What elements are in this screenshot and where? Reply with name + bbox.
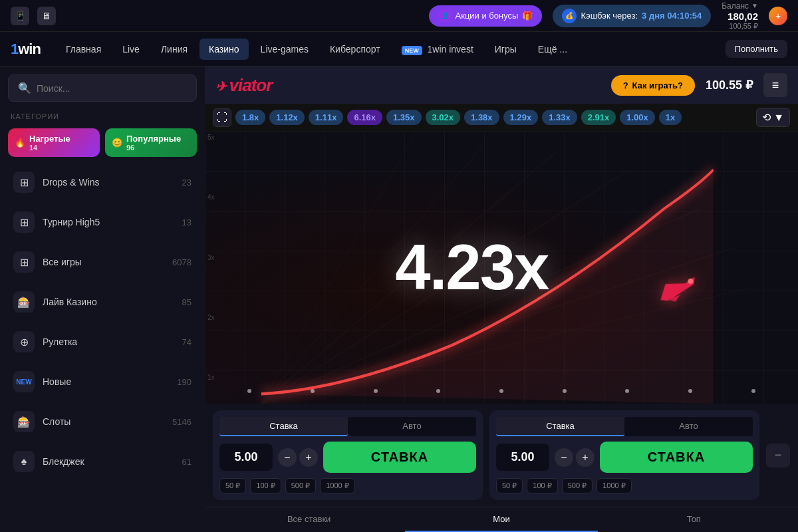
quick-1000[interactable]: 1000 ₽ (320, 478, 355, 493)
mult-pill-6: 1.38x (464, 110, 499, 125)
popular-icon: 😊 (112, 138, 122, 148)
sidebar-item-blackjack[interactable]: ♠ Блекджек 61 (8, 444, 197, 479)
tab-all-bets[interactable]: Все ставки (213, 507, 405, 532)
slots-count: 5146 (172, 417, 192, 427)
game-header-right: ? Как играть? 100.55 ₽ ≡ (611, 73, 787, 97)
deposit-nav-btn[interactable]: Пополнить (726, 40, 787, 58)
game-balance: 100.55 ₽ (706, 78, 753, 92)
balance-area[interactable]: Баланс ▼ 180,02 100,55 ₽ (722, 1, 758, 31)
quick-100[interactable]: 100 ₽ (250, 478, 281, 493)
live-casino-icon: 🎰 (13, 291, 35, 313)
nav-bar: 1win Главная Live Линия Казино Live-game… (0, 32, 798, 66)
nav-esports[interactable]: Киберспорт (321, 39, 390, 60)
stake-button-2[interactable]: СТАВКА (600, 442, 753, 473)
blackjack-icon: ♠ (13, 451, 35, 472)
logo[interactable]: 1win (11, 41, 41, 58)
history-button[interactable]: ⟲ ▼ (756, 108, 790, 127)
nav-live-games[interactable]: Live-games (251, 39, 318, 60)
new-label: Новые (43, 376, 169, 387)
nav-more[interactable]: Ещё ... (529, 39, 577, 60)
how-to-play-button[interactable]: ? Как играть? (611, 75, 695, 96)
tab-my-bets[interactable]: Мои (405, 507, 597, 532)
cat-popular-count: 96 (126, 144, 181, 152)
question-icon: ? (623, 80, 628, 90)
stake-button-1[interactable]: СТАВКА (323, 442, 476, 473)
deposit-button[interactable]: + (769, 7, 787, 25)
how-to-label: Как играть? (632, 80, 683, 90)
quick-50[interactable]: 50 ₽ (219, 478, 246, 493)
bet-panel-1: Ставка Авто 5.00 − + СТАВКА 50 ₽ 100 ₽ 5… (213, 410, 483, 500)
nav-live[interactable]: Live (113, 39, 149, 60)
balance-main: 180,02 (728, 11, 758, 22)
tab-stake-1[interactable]: Ставка (219, 417, 348, 436)
nav-invest[interactable]: NEW 1win invest (392, 39, 483, 60)
decrease-bet-2[interactable]: − (555, 448, 573, 467)
top-bar: 📱 🖥 👤 Акции и бонусы 🎁 💰 Кэшбэк через: 3… (0, 0, 798, 32)
quick-amounts-2: 50 ₽ 100 ₽ 500 ₽ 1000 ₽ (496, 478, 753, 493)
balance-label: Баланс (722, 1, 749, 11)
bet-controls-2: 5.00 − + СТАВКА (496, 442, 753, 473)
quick2-100[interactable]: 100 ₽ (527, 478, 557, 493)
new-count: 190 (177, 377, 192, 387)
betting-area: Ставка Авто 5.00 − + СТАВКА 50 ₽ 100 ₽ 5… (205, 404, 798, 507)
tab-auto-1[interactable]: Авто (348, 417, 476, 436)
chevron-down-icon: ▼ (751, 2, 758, 9)
dots-row (205, 389, 798, 393)
cashback-button[interactable]: 💰 Кэшбэк через: 3 дня 04:10:54 (553, 5, 711, 27)
sidebar-item-high5[interactable]: ⊞ Турнир High5 13 (8, 205, 197, 239)
sidebar-item-roulette[interactable]: ⊕ Рулетка 74 (8, 325, 197, 359)
mult-pill-3: 6.16x (347, 110, 382, 125)
mult-pill-10: 1.00x (620, 110, 655, 125)
category-hot[interactable]: 🔥 Нагретые 14 (8, 128, 100, 157)
sidebar-item-drops[interactable]: ⊞ Drops & Wins 23 (8, 165, 197, 200)
live-casino-count: 85 (182, 297, 192, 307)
increase-bet-1[interactable]: + (299, 448, 318, 467)
cat-hot-count: 14 (29, 144, 70, 152)
mult-pill-4: 1.35x (386, 110, 422, 125)
balance-sub: 100,55 ₽ (729, 22, 758, 31)
nav-casino[interactable]: Казино (200, 39, 249, 60)
slots-icon: 🎰 (13, 411, 35, 432)
dot-6 (563, 389, 567, 393)
desktop-icon[interactable]: 🖥 (37, 7, 56, 25)
quick2-50[interactable]: 50 ₽ (496, 478, 523, 493)
new-badge: NEW (402, 46, 422, 55)
sidebar-item-live-casino[interactable]: 🎰 Лайв Казино 85 (8, 285, 197, 319)
tab-stake-2[interactable]: Ставка (496, 417, 624, 436)
search-input[interactable] (37, 83, 187, 94)
tab-top[interactable]: Топ (598, 507, 790, 532)
slots-label: Слоты (43, 416, 164, 427)
cat-hot-label: Нагретые (29, 134, 70, 144)
bet-stepper-1: − + (278, 448, 318, 467)
promo-label: Акции и бонусы (456, 11, 519, 21)
remove-panel-button[interactable]: − (766, 444, 790, 467)
sidebar-item-all-games[interactable]: ⊞ Все игры 6078 (8, 245, 197, 279)
chevron-history: ▼ (773, 112, 784, 124)
multiplier-bar: ⛶ 1.8x 1.12x 1.11x 6.16x 1.35x 3.02x 1.3… (205, 104, 798, 131)
mobile-icon[interactable]: 📱 (11, 7, 29, 25)
game-menu-button[interactable]: ≡ (763, 73, 787, 97)
quick2-1000[interactable]: 1000 ₽ (597, 478, 632, 493)
search-box[interactable]: 🔍 (8, 74, 197, 102)
nav-games[interactable]: Игры (485, 39, 526, 60)
dot-9 (751, 389, 755, 393)
category-popular[interactable]: 😊 Популярные 96 (105, 128, 197, 157)
nav-line[interactable]: Линия (152, 39, 197, 60)
sidebar-item-slots[interactable]: 🎰 Слоты 5146 (8, 404, 197, 439)
drops-count: 23 (182, 178, 192, 188)
dot-1 (247, 389, 251, 393)
promo-button[interactable]: 👤 Акции и бонусы 🎁 (429, 5, 543, 27)
tab-auto-2[interactable]: Авто (624, 417, 753, 436)
expand-button[interactable]: ⛶ (213, 108, 231, 127)
decrease-bet-1[interactable]: − (278, 448, 297, 467)
bet-controls-1: 5.00 − + СТАВКА (219, 442, 476, 473)
quick-500[interactable]: 500 ₽ (285, 478, 316, 493)
nav-home[interactable]: Главная (57, 39, 110, 60)
sidebar-item-new[interactable]: NEW Новые 190 (8, 364, 197, 399)
mult-pill-1: 1.12x (269, 110, 305, 125)
dot-4 (436, 389, 440, 393)
quick2-500[interactable]: 500 ₽ (562, 478, 593, 493)
promo-avatar: 👤 (438, 9, 452, 23)
increase-bet-2[interactable]: + (576, 448, 595, 467)
high5-count: 13 (182, 217, 192, 227)
